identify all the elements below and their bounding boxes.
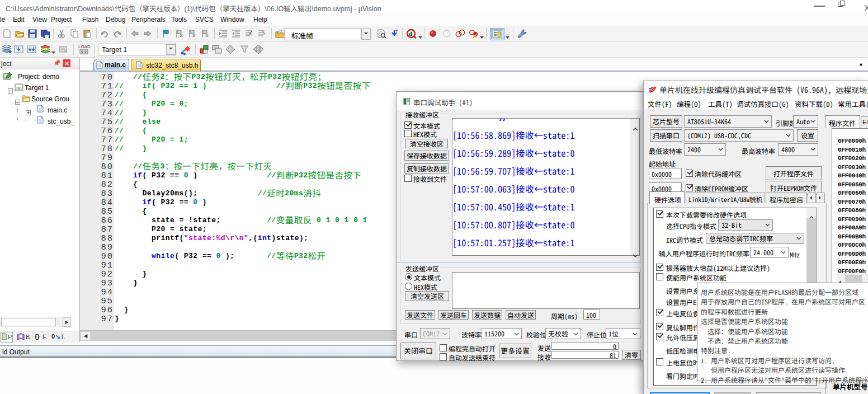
svg-text:LOAD: LOAD [78, 44, 91, 49]
svg-text:d: d [409, 30, 412, 37]
